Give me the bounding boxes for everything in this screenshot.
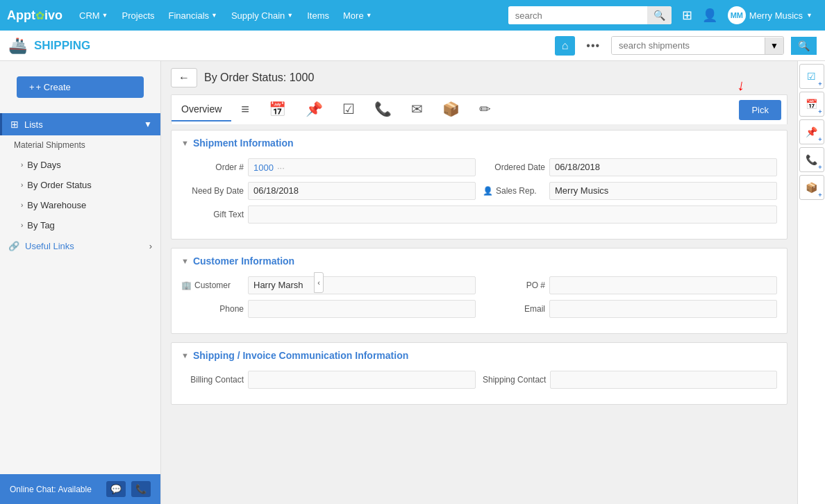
tab-check[interactable]: ☑ — [333, 95, 365, 124]
right-check-button[interactable]: ☑ + — [799, 64, 824, 89]
by-warehouse-arrow: › — [21, 201, 23, 209]
right-calendar-button[interactable]: 📅 + — [799, 92, 824, 117]
sidebar-item-by-days[interactable]: › By Days — [0, 155, 160, 175]
right-sidebar: ☑ + 📅 + 📌 + 📞 + 📦 + — [797, 61, 825, 504]
tab-overview[interactable]: Overview — [172, 98, 231, 121]
nav-supply-chain[interactable]: Supply Chain ▼ — [224, 0, 300, 31]
shipping-invoice-section: ▼ Shipping / Invoice Communication Infor… — [171, 342, 788, 405]
chat-message-button[interactable]: 💬 — [106, 481, 126, 497]
content-header: ← By Order Status: 1000 — [171, 68, 788, 87]
customer-building-icon: 🏢 — [181, 280, 192, 290]
home-button[interactable]: ⌂ — [555, 36, 576, 56]
supply-chain-arrow: ▼ — [287, 12, 293, 19]
tab-pin[interactable]: 📌 — [296, 95, 333, 124]
pin-tab-icon: 📌 — [306, 101, 323, 117]
nav-search-input[interactable] — [508, 7, 647, 24]
useful-links-arrow: › — [149, 241, 152, 251]
customer-row: 🏢 Customer Harry Marsh PO # — [181, 276, 777, 294]
right-pin-icon: 📌 — [806, 126, 817, 137]
need-by-row: Need By Date 06/18/2018 👤 Sales Rep. — [181, 182, 777, 200]
collapse-sidebar-button[interactable]: ‹ — [314, 272, 324, 293]
chat-phone-button[interactable]: 📞 — [131, 481, 151, 497]
right-calendar-icon: 📅 — [806, 99, 817, 110]
customer-info-header[interactable]: ▼ Customer Information — [172, 249, 787, 271]
right-pin-plus: + — [818, 136, 822, 143]
gift-text-row: Gift Text — [181, 205, 777, 224]
sales-rep-icon: 👤 — [483, 186, 493, 196]
create-plus-icon: + — [29, 82, 35, 92]
nav-items[interactable]: Items — [300, 0, 336, 31]
nav-search-button[interactable]: 🔍 — [647, 6, 672, 24]
by-days-arrow: › — [21, 161, 23, 169]
sidebar-item-by-warehouse[interactable]: › By Warehouse — [0, 195, 160, 215]
nav-grid-icon[interactable]: ⊞ — [677, 8, 697, 23]
nav-financials[interactable]: Financials ▼ — [162, 0, 224, 31]
sidebar-useful-links[interactable]: 🔗 Useful Links › — [0, 235, 160, 257]
sidebar-lists-item[interactable]: ⊞ Lists ▼ — [0, 113, 160, 135]
search-dropdown-button[interactable]: ▼ — [765, 37, 783, 54]
customer-info-content: 🏢 Customer Harry Marsh PO # — [172, 271, 787, 333]
nav-more[interactable]: More ▼ — [336, 0, 379, 31]
right-phone-plus: + — [818, 164, 822, 171]
sidebar-item-by-tag[interactable]: › By Tag — [0, 215, 160, 235]
shipment-search-input[interactable] — [612, 37, 765, 54]
tab-list[interactable]: ≡ — [231, 96, 259, 124]
nav-user-menu[interactable]: MM Merry Musics ▼ — [722, 6, 818, 24]
right-box-plus: + — [818, 192, 822, 199]
more-options-button[interactable]: ••• — [582, 37, 604, 55]
email-cell: Email — [483, 300, 777, 318]
tab-calendar[interactable]: 📅 — [259, 95, 296, 124]
shipping-invoice-content: Billing Contact Shipping Contact — [172, 365, 787, 404]
customer-information-section: ▼ Customer Information 🏢 Customer Harry … — [171, 248, 788, 334]
user-avatar: MM — [728, 6, 746, 24]
shipping-contact-field — [550, 371, 777, 389]
need-by-field: 06/18/2018 — [248, 182, 476, 200]
sub-bar: 🚢 SHIPPING ⌂ ••• ▼ 🔍 — [0, 31, 825, 61]
sales-rep-field: Merry Musics — [549, 182, 777, 200]
tabs-row: Overview ≡ 📅 📌 ☑ 📞 — [171, 94, 788, 124]
gift-text-cell: Gift Text — [181, 205, 777, 224]
page-title: SHIPPING — [34, 39, 90, 53]
order-number-link[interactable]: 1000 — [253, 162, 274, 173]
ordered-date-cell: Ordered Date 06/18/2018 — [483, 158, 777, 176]
email-tab-icon: ✉ — [411, 101, 423, 117]
shipment-search-button[interactable]: 🔍 — [791, 37, 817, 55]
billing-contact-field — [248, 371, 476, 389]
sidebar-item-by-order-status[interactable]: › By Order Status — [0, 175, 160, 195]
right-pin-button[interactable]: 📌 + — [799, 119, 824, 144]
right-phone-icon: 📞 — [806, 154, 817, 165]
nav-projects[interactable]: Projects — [115, 0, 162, 31]
tab-email[interactable]: ✉ — [401, 95, 433, 124]
content-area: ‹ ← By Order Status: 1000 Overview ≡ 📅 — [161, 61, 797, 504]
main-layout: + + Create ⊞ Lists ▼ Material Shipments … — [0, 61, 825, 504]
tab-phone[interactable]: 📞 — [365, 95, 401, 124]
order-dots-button[interactable]: ··· — [277, 162, 285, 173]
tab-edit[interactable]: ✏ — [469, 95, 501, 124]
right-box-icon: 📦 — [806, 182, 817, 193]
app-logo[interactable]: Appt ✿ ivo — [7, 8, 62, 23]
create-button[interactable]: + + Create — [17, 76, 144, 98]
phone-tab-icon: 📞 — [374, 101, 392, 117]
sidebar-material-shipments[interactable]: Material Shipments — [0, 135, 160, 155]
right-phone-button[interactable]: 📞 + — [799, 147, 824, 172]
shipment-info-header[interactable]: ▼ Shipment Information — [172, 131, 787, 153]
nav-user-icon[interactable]: 👤 — [697, 8, 722, 23]
billing-shipping-row: Billing Contact Shipping Contact — [181, 371, 777, 389]
content-title: By Order Status: 1000 — [204, 72, 314, 84]
lists-arrow-icon: ▼ — [144, 119, 152, 129]
shipping-invoice-header[interactable]: ▼ Shipping / Invoice Communication Infor… — [172, 343, 787, 365]
back-button[interactable]: ← — [171, 68, 197, 87]
billing-contact-cell: Billing Contact — [181, 371, 476, 389]
tab-box[interactable]: 📦 — [433, 95, 469, 124]
online-chat-bar[interactable]: Online Chat: Available 💬 📞 — [0, 474, 160, 504]
pick-button[interactable]: Pick — [739, 100, 781, 120]
need-by-cell: Need By Date 06/18/2018 — [181, 182, 476, 200]
nav-crm[interactable]: CRM ▼ — [72, 0, 115, 31]
financials-arrow: ▼ — [211, 12, 217, 19]
order-number-cell: Order # 1000 ··· — [181, 158, 476, 176]
customer-cell: 🏢 Customer Harry Marsh — [181, 276, 476, 294]
phone-email-row: Phone Email — [181, 300, 777, 318]
right-box-button[interactable]: 📦 + — [799, 175, 824, 200]
right-calendar-plus: + — [818, 108, 822, 115]
right-check-icon: ☑ — [807, 71, 816, 82]
